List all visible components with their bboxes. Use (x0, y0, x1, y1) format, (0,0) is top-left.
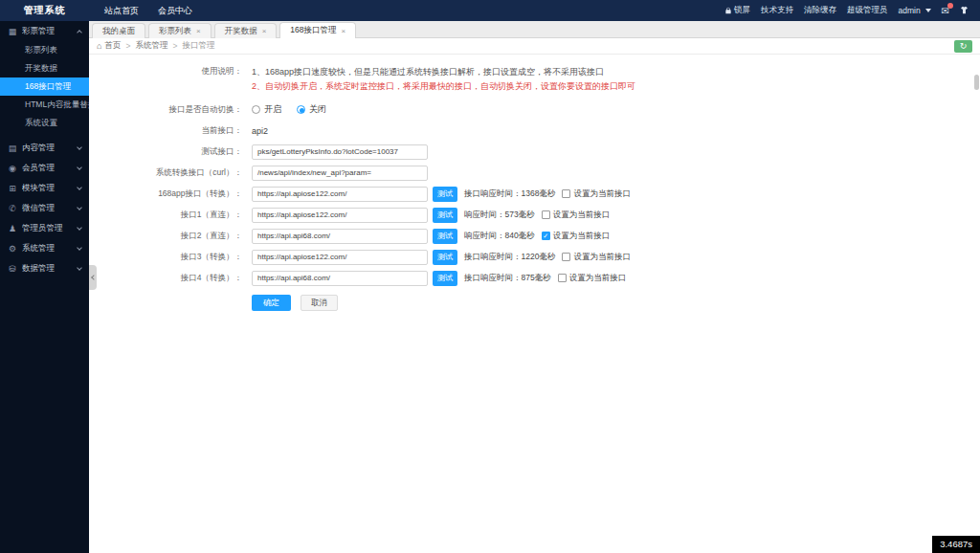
tab-my-desktop[interactable]: 我的桌面 (92, 23, 145, 38)
tab-draw-data[interactable]: 开奖数据 × (214, 23, 278, 38)
response-time-text: 接口响应时间：1368毫秒 (464, 188, 555, 200)
set-current-label: 设置为当前接口 (573, 188, 631, 200)
set-current-checkbox[interactable] (562, 189, 570, 198)
tab-lottery-list[interactable]: 彩票列表 × (148, 23, 212, 38)
user-dropdown[interactable]: admin (898, 6, 930, 15)
test-button[interactable]: 测试 (433, 229, 457, 244)
close-icon[interactable]: × (196, 27, 201, 35)
sidebar-group-label: 内容管理 (22, 143, 73, 154)
sidebar-item-system-settings[interactable]: 系统设置 (0, 114, 89, 132)
close-icon[interactable]: × (262, 27, 267, 35)
api-url-input[interactable] (252, 229, 428, 244)
response-time-text: 接口响应时间：875毫秒 (464, 273, 551, 284)
chevron-down-icon (77, 205, 82, 210)
chevron-down-icon (77, 144, 82, 150)
topbar: 管理系统 站点首页 会员中心 锁屏 技术支持 清除缓存 超级管理员 admin … (0, 0, 980, 21)
current-api-row: 当前接口： api2 (89, 122, 980, 139)
shirt-icon (960, 6, 969, 16)
sidebar-group-content[interactable]: ▤ 内容管理 (0, 138, 89, 158)
username-label: admin (898, 6, 920, 15)
breadcrumb-current: 接口管理 (182, 40, 214, 52)
set-current-checkbox[interactable] (562, 253, 570, 261)
breadcrumb-system[interactable]: 系统管理 (135, 40, 167, 52)
set-current-checkbox[interactable] (542, 210, 550, 219)
close-icon[interactable]: × (342, 27, 346, 35)
sidebar-group-admins[interactable]: ♟ 管理员管理 (0, 218, 89, 238)
api-url-input[interactable] (252, 271, 428, 286)
radio-option-off[interactable]: 关闭 (297, 103, 326, 116)
app-logo: 管理系统 (0, 4, 89, 17)
api-row-4: 接口4（转换）： 测试 接口响应时间：875毫秒 设置为当前接口 (89, 270, 980, 286)
form-panel: 使用说明： 1、168app接口速度较快，但是只能通过系统转换接口解析，接口设置… (89, 55, 980, 311)
refresh-button[interactable]: ↻ (954, 40, 972, 53)
test-api-row: 测试接口： (89, 144, 980, 160)
sidebar-group-modules[interactable]: ⊞ 模块管理 (0, 178, 89, 198)
test-button[interactable]: 测试 (433, 187, 457, 202)
sidebar-item-html-replace[interactable]: HTML内容批量替换 (0, 96, 89, 114)
set-current-checkbox-checked[interactable]: ✓ (542, 232, 550, 240)
api-row-2: 接口2（直连）： 测试 响应时间：840毫秒 ✓ 设置为当前接口 (89, 228, 980, 244)
test-button[interactable]: 测试 (433, 271, 457, 286)
check-icon: ✓ (543, 232, 548, 239)
sidebar-group-label: 微信管理 (22, 203, 73, 214)
lock-screen-button[interactable]: 锁屏 (724, 5, 750, 16)
api-row-1: 接口1（直连）： 测试 响应时间：573毫秒 设置为当前接口 (89, 207, 980, 223)
auto-switch-row: 接口是否自动切换： 开启 关闭 (89, 101, 980, 118)
module-icon: ⊞ (8, 184, 17, 193)
set-current-label: 设置为当前接口 (553, 210, 611, 221)
radio-option-on[interactable]: 开启 (252, 103, 281, 116)
tab-label: 168接口管理 (290, 25, 336, 36)
breadcrumb-home[interactable]: 首页 (104, 40, 121, 52)
sidebar-collapse-handle[interactable] (89, 265, 97, 290)
usage-line-2: 2、自动切换开启，系统定时监控接口，将采用最快的接口，自动切换关闭，设置你要设置… (252, 79, 635, 94)
breadcrumb-separator: > (125, 41, 130, 51)
topbar-right: 锁屏 技术支持 清除缓存 超级管理员 admin ✉ (724, 5, 980, 16)
api-url-input[interactable] (252, 187, 428, 202)
messages-button[interactable]: ✉ (942, 6, 949, 16)
api-row-label: 接口2（直连）： (89, 230, 242, 242)
clear-cache-button[interactable]: 清除缓存 (804, 5, 836, 16)
breadcrumb: ⌂ 首页 > 系统管理 > 接口管理 ↻ (89, 38, 980, 55)
set-current-checkbox[interactable] (558, 274, 567, 282)
sidebar-item-lottery-list[interactable]: 彩票列表 (0, 41, 89, 59)
sidebar-group-members[interactable]: ◉ 会员管理 (0, 158, 89, 178)
sidebar-group-wechat[interactable]: ✆ 微信管理 (0, 198, 89, 218)
home-icon: ⌂ (97, 41, 101, 51)
sidebar-submenu: 彩票列表 开奖数据 168接口管理 HTML内容批量替换 系统设置 (0, 41, 89, 138)
sidebar: ▦ 彩票管理 彩票列表 开奖数据 168接口管理 HTML内容批量替换 系统设置… (0, 21, 89, 553)
api-url-input[interactable] (252, 250, 428, 265)
tab-label: 我的桌面 (102, 26, 135, 37)
wechat-icon: ✆ (8, 204, 17, 213)
role-label: 超级管理员 (847, 5, 888, 16)
tab-168-api[interactable]: 168接口管理 × (279, 22, 356, 38)
radio-off-label: 关闭 (309, 103, 326, 116)
sidebar-group-data[interactable]: ⛁ 数据管理 (0, 258, 89, 278)
auto-switch-label: 接口是否自动切换： (89, 103, 242, 116)
confirm-button[interactable]: 确定 (252, 295, 291, 311)
api-row-3: 接口3（转换）： 测试 接口响应时间：1220毫秒 设置为当前接口 (89, 249, 980, 265)
admin-icon: ♟ (8, 224, 17, 233)
breadcrumb-separator: > (172, 41, 177, 51)
sidebar-group-lottery[interactable]: ▦ 彩票管理 (0, 21, 89, 41)
nav-member-center[interactable]: 会员中心 (158, 5, 192, 17)
convert-api-input[interactable] (252, 166, 428, 181)
sidebar-item-draw-data[interactable]: 开奖数据 (0, 59, 89, 77)
api-url-input[interactable] (252, 208, 428, 223)
test-api-input[interactable] (252, 144, 428, 160)
usage-text: 1、168app接口速度较快，但是只能通过系统转换接口解析，接口设置成空，将不采… (252, 65, 635, 94)
tech-support-link[interactable]: 技术支持 (761, 5, 793, 16)
theme-button[interactable] (960, 6, 969, 16)
response-time-text: 接口响应时间：1220毫秒 (464, 252, 555, 263)
chevron-down-icon (77, 165, 82, 170)
sidebar-item-168-api[interactable]: 168接口管理 (0, 77, 89, 96)
sidebar-group-system[interactable]: ⚙ 系统管理 (0, 238, 89, 258)
api-row-label: 接口1（直连）： (89, 209, 242, 221)
gear-icon: ⚙ (8, 244, 17, 254)
nav-site-home[interactable]: 站点首页 (104, 5, 139, 17)
radio-on-label: 开启 (264, 103, 281, 116)
test-button[interactable]: 测试 (433, 250, 457, 265)
lock-screen-label: 锁屏 (734, 5, 750, 16)
scrollbar-thumb[interactable] (974, 75, 979, 90)
cancel-button[interactable]: 取消 (301, 295, 338, 311)
test-button[interactable]: 测试 (433, 208, 457, 223)
